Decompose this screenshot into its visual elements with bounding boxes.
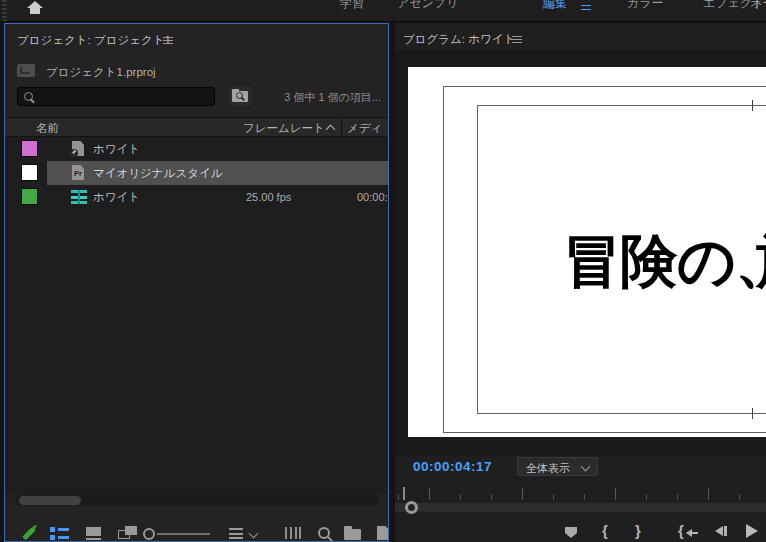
label-color-chip[interactable] [21, 140, 38, 157]
column-media[interactable]: メディ [347, 121, 382, 136]
item-name[interactable]: ホワイト [93, 142, 140, 157]
tab-editing[interactable]: 編集 [543, 0, 567, 12]
project-writable-icon[interactable] [22, 527, 35, 540]
table-row-selected[interactable]: Pr マイオリジナルスタイル [5, 161, 388, 185]
column-framerate[interactable]: フレームレート [243, 121, 325, 136]
sort-ascending-icon[interactable] [326, 125, 336, 135]
column-name[interactable]: 名前 [36, 121, 59, 136]
new-bin-icon[interactable] [344, 529, 361, 540]
program-monitor-panel: プログラム: ホワイト 冒険の、旅 00:00:04:17 全体表示 { } { [395, 23, 766, 542]
center-tick-bottom [752, 408, 753, 419]
chevron-down-icon[interactable] [249, 529, 259, 539]
tab-color[interactable]: カラー [627, 0, 664, 12]
panel-menu-icon[interactable] [163, 37, 173, 44]
project-panel: プロジェクト: プロジェクト1 プロジェクト1.prproj 3 個中 1 個の… [4, 23, 389, 542]
zoom-slider-knob[interactable] [143, 528, 155, 540]
list-view-button[interactable] [50, 527, 69, 540]
tab-learning[interactable]: 学習 [340, 0, 364, 12]
automate-to-sequence-icon[interactable] [285, 527, 301, 539]
sequence-icon [71, 189, 87, 205]
label-color-chip[interactable] [21, 188, 38, 205]
workspace-menu-icon[interactable] [581, 5, 591, 12]
column-divider[interactable] [341, 118, 342, 136]
current-timecode[interactable]: 00:00:04:17 [413, 459, 492, 474]
zoom-level-dropdown[interactable]: 全体表示 [517, 457, 598, 476]
search-input[interactable] [17, 87, 215, 106]
item-count-summary: 3 個中 1 個の項目... [265, 90, 381, 105]
title-file-icon [71, 141, 87, 157]
premiere-pro-window: { "topbar": { "tabs": ["学習", "アセンブリ", "編… [0, 0, 766, 542]
table-row[interactable]: ホワイト [5, 137, 388, 161]
mark-out-icon[interactable]: } [635, 522, 641, 539]
item-name[interactable]: マイオリジナルスタイル [93, 166, 222, 181]
time-ruler[interactable] [395, 486, 766, 501]
style-file-icon: Pr [71, 165, 87, 181]
item-name[interactable]: ホワイト [93, 190, 140, 205]
sort-icon[interactable] [229, 528, 243, 539]
program-panel-title[interactable]: プログラム: ホワイト [403, 32, 515, 47]
find-icon[interactable] [318, 527, 330, 539]
panel-menu-icon[interactable] [512, 36, 522, 43]
center-tick-top [752, 100, 753, 111]
project-file-name[interactable]: プロジェクト1.prproj [46, 65, 156, 80]
chevron-down-icon [581, 462, 591, 472]
go-to-in-icon[interactable]: { [678, 522, 684, 539]
item-framerate: 25.00 fps [246, 191, 291, 203]
search-bin-button[interactable] [229, 87, 252, 106]
add-marker-icon[interactable] [565, 527, 577, 538]
workspace-bar: 学習 アセンブリ 編集 カラー エフェクト オーディ [0, 0, 766, 22]
item-media-start: 00:00:0 [357, 191, 389, 203]
title-text: 冒険の、旅 [563, 223, 766, 301]
zoom-slider-track[interactable] [157, 533, 210, 535]
label-color-chip[interactable] [21, 164, 38, 181]
monitor-scrollbar[interactable] [395, 503, 766, 512]
home-icon [27, 1, 43, 8]
home-button[interactable] [27, 1, 43, 14]
tab-audio[interactable]: オーディ [750, 0, 766, 12]
new-item-icon[interactable] [377, 526, 389, 540]
icon-view-button[interactable] [86, 527, 101, 540]
search-icon [24, 92, 33, 101]
playhead-marker[interactable] [403, 487, 405, 500]
list-column-header: 名前 フレームレート メディ [5, 117, 388, 137]
project-bin-icon [17, 64, 35, 77]
freeform-view-button[interactable] [118, 526, 140, 540]
mark-in-icon[interactable]: { [602, 522, 608, 539]
horizontal-scrollbar[interactable] [15, 494, 379, 506]
panel-grip [2, 0, 7, 21]
table-row[interactable]: ホワイト 25.00 fps 00:00:0 [5, 185, 388, 209]
scrollbar-thumb[interactable] [19, 496, 81, 505]
project-panel-title[interactable]: プロジェクト: プロジェクト1 [17, 33, 171, 48]
scrollbar-handle[interactable] [405, 501, 418, 514]
folder-search-icon [232, 91, 248, 102]
program-canvas[interactable]: 冒険の、旅 [408, 67, 766, 437]
play-icon[interactable] [746, 524, 758, 538]
go-to-in-arrow-icon[interactable] [687, 532, 698, 534]
tab-assembly[interactable]: アセンブリ [397, 0, 458, 12]
